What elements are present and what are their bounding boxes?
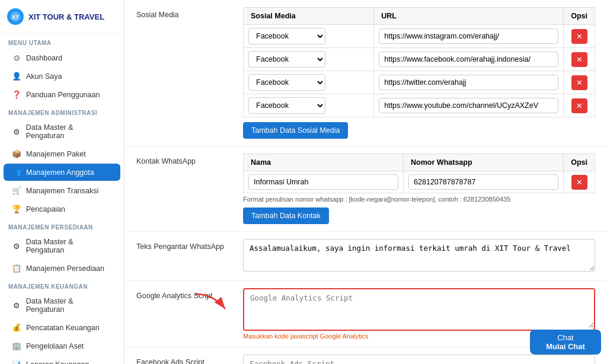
wa-nomor-input-1[interactable] — [408, 174, 558, 190]
building-icon: 🏢 — [12, 341, 21, 350]
kontak-whatsapp-content: Nama Nomor Whatsapp Opsi ✕ Format penul — [243, 154, 595, 224]
sidebar-item-data-master-keuangan[interactable]: ⚙ Data Master & Pengaturan — [4, 293, 120, 318]
platform-select-4[interactable]: Facebook — [248, 97, 325, 114]
tambah-kontak-button[interactable]: Tambah Data Kontak — [243, 207, 329, 224]
chat-label-line2: Mulai Chat — [546, 342, 585, 351]
sidebar-item-akun-saya-label: Akun Saya — [26, 72, 62, 81]
sosial-media-row: Sosial Media Sosial Media URL Opsi Faceb… — [124, 0, 607, 146]
delete-wa-row-1[interactable]: ✕ — [571, 175, 587, 190]
sidebar-item-data-master-persediaan[interactable]: ⚙ Data Master & Pengaturan — [4, 234, 120, 258]
table-row: ✕ — [244, 171, 595, 193]
help-icon: ❓ — [12, 90, 21, 99]
url-input-2[interactable] — [379, 52, 558, 67]
teks-pengantar-label: Teks Pengantar WhatsApp — [136, 239, 231, 251]
ga-container — [243, 288, 595, 331]
user-icon: 👤 — [12, 72, 21, 81]
dashboard-icon: ⊙ — [12, 53, 21, 62]
mulai-chat-button[interactable]: Chat Mulai Chat — [530, 330, 601, 355]
section-label-keuangan: MANAJEMEN KEUANGAN — [0, 277, 124, 292]
sidebar-item-pencapaian-label: Pencapaian — [26, 205, 65, 213]
sidebar-item-dashboard[interactable]: ⊙ Dashboard — [4, 49, 120, 66]
kontak-whatsapp-label: Kontak WhatsApp — [136, 154, 231, 165]
wa-nama-input-1[interactable] — [248, 174, 398, 190]
money-icon: 💰 — [12, 323, 21, 332]
settings-icon: ⚙ — [12, 127, 21, 136]
col-header-nomor: Nomor Whatsapp — [404, 154, 564, 171]
platform-select-1[interactable]: Facebook — [248, 28, 325, 44]
sidebar-item-laporan-keuangan[interactable]: 📊 Laporan Keuangan — [4, 356, 120, 364]
logo-icon: XT — [7, 8, 24, 25]
delete-row-3[interactable]: ✕ — [571, 75, 587, 90]
inventory-icon: 📋 — [12, 264, 21, 273]
settings2-icon: ⚙ — [12, 242, 21, 251]
table-row: Facebook ✕ — [244, 25, 595, 48]
sidebar-item-manajemen-transaksi-label: Manajemen Transaksi — [26, 187, 98, 195]
sidebar-item-pencatatan-keuangan[interactable]: 💰 Pencatatan Keuangan — [4, 319, 120, 336]
teks-pengantar-row: Teks Pengantar WhatsApp — [124, 232, 607, 281]
sidebar-item-data-master-admin-label: Data Master & Pengaturan — [26, 123, 112, 140]
sidebar-item-manajemen-paket-label: Manajemen Paket — [26, 150, 86, 158]
sosial-media-content: Sosial Media URL Opsi Facebook ✕ Faceboo… — [243, 7, 595, 139]
col-header-opsi-sosmed: Opsi — [564, 8, 595, 25]
col-header-opsi-wa: Opsi — [564, 154, 595, 171]
delete-row-2[interactable]: ✕ — [571, 52, 587, 67]
col-header-sosmed: Sosial Media — [244, 8, 374, 25]
teks-pengantar-content — [243, 239, 595, 273]
sidebar-item-manajemen-anggota-label: Manajemen Anggota — [26, 168, 94, 177]
sidebar-item-panduan-label: Panduan Penggunaan — [26, 91, 100, 99]
group-icon: 👥 — [12, 168, 21, 177]
chart-icon: 📊 — [12, 360, 21, 364]
main-content: Sosial Media Sosial Media URL Opsi Faceb… — [124, 0, 607, 364]
facebook-ads-label: Facebook Ads Script — [136, 355, 231, 364]
kontak-whatsapp-table: Nama Nomor Whatsapp Opsi ✕ — [243, 154, 595, 193]
logo-text: XIT TOUR & TRAVEL — [28, 12, 104, 21]
sidebar-item-manajemen-anggota[interactable]: 👥 Manajemen Anggota — [4, 164, 120, 181]
table-row: Facebook ✕ — [244, 48, 595, 71]
sidebar-item-manajemen-paket[interactable]: 📦 Manajemen Paket — [4, 145, 120, 162]
wa-format-hint: Format penulisan nomor whatsapp : [kode-… — [243, 196, 595, 203]
svg-text:XT: XT — [12, 14, 19, 20]
sidebar-item-manajemen-persediaan-label: Manajemen Persediaan — [26, 264, 104, 273]
url-input-4[interactable] — [379, 98, 558, 113]
settings3-icon: ⚙ — [12, 301, 21, 310]
chat-label-line1: Chat — [557, 333, 573, 342]
tambah-sosmed-button[interactable]: Tambah Data Sosial Media — [243, 122, 348, 139]
url-input-1[interactable] — [379, 28, 558, 44]
delete-row-4[interactable]: ✕ — [571, 98, 587, 113]
package-icon: 📦 — [12, 149, 21, 158]
sidebar-item-pengelolaan-aset-label: Pengelolaan Aset — [26, 342, 84, 350]
sidebar-logo: XT XIT TOUR & TRAVEL — [0, 0, 124, 34]
section-label-admin: MANAJEMEN ADMINISTRASI — [0, 104, 124, 119]
facebook-ads-content: Masukkan kode javascript Facebook Pixel — [243, 355, 595, 364]
google-analytics-textarea[interactable] — [244, 289, 594, 328]
sosial-media-label: Sosial Media — [136, 7, 231, 19]
sidebar-item-panduan[interactable]: ❓ Panduan Penggunaan — [4, 86, 120, 103]
teks-pengantar-textarea[interactable] — [243, 239, 595, 272]
sidebar-item-manajemen-persediaan[interactable]: 📋 Manajemen Persediaan — [4, 260, 120, 277]
url-input-3[interactable] — [379, 75, 558, 90]
table-row: Facebook ✕ — [244, 71, 595, 94]
sidebar: XT XIT TOUR & TRAVEL MENU UTAMA ⊙ Dashbo… — [0, 0, 124, 364]
platform-select-2[interactable]: Facebook — [248, 51, 325, 68]
col-header-url: URL — [374, 8, 564, 25]
sidebar-item-dashboard-label: Dashboard — [26, 54, 62, 62]
platform-select-3[interactable]: Facebook — [248, 74, 325, 91]
content-area: Sosial Media Sosial Media URL Opsi Faceb… — [124, 0, 607, 364]
sidebar-item-manajemen-transaksi[interactable]: 🛒 Manajemen Transaksi — [4, 182, 120, 199]
kontak-whatsapp-row: Kontak WhatsApp Nama Nomor Whatsapp Opsi — [124, 146, 607, 232]
sidebar-item-pengelolaan-aset[interactable]: 🏢 Pengelolaan Aset — [4, 337, 120, 355]
google-analytics-label: Google Analytics Script — [136, 288, 231, 300]
sidebar-item-data-master-persediaan-label: Data Master & Pengaturan — [26, 238, 112, 254]
section-label-persediaan: MANAJEMEN PERSEDIAAN — [0, 218, 124, 233]
cart-icon: 🛒 — [12, 186, 21, 195]
sidebar-item-akun-saya[interactable]: 👤 Akun Saya — [4, 68, 120, 85]
sidebar-item-data-master-keuangan-label: Data Master & Pengaturan — [26, 297, 112, 314]
sidebar-item-data-master-admin[interactable]: ⚙ Data Master & Pengaturan — [4, 119, 120, 144]
sosial-media-table: Sosial Media URL Opsi Facebook ✕ Faceboo… — [243, 7, 595, 117]
facebook-ads-textarea[interactable] — [243, 355, 595, 364]
sidebar-item-laporan-keuangan-label: Laporan Keuangan — [26, 360, 89, 365]
col-header-nama: Nama — [244, 154, 404, 171]
table-row: Facebook ✕ — [244, 94, 595, 117]
delete-row-1[interactable]: ✕ — [571, 29, 587, 44]
sidebar-item-pencapaian[interactable]: 🏆 Pencapaian — [4, 200, 120, 218]
